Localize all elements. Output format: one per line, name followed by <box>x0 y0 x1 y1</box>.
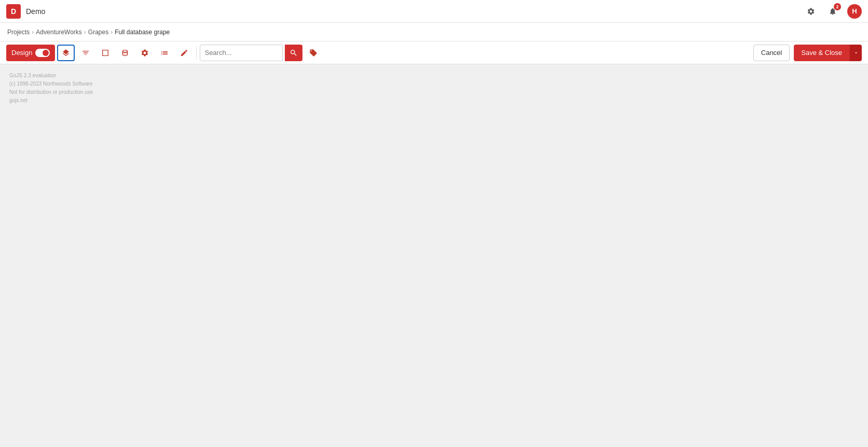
toolbar-divider <box>196 47 197 59</box>
database-icon <box>121 49 129 57</box>
design-button[interactable]: Design <box>6 45 55 61</box>
app-title: Demo <box>26 7 45 16</box>
chevron-down-icon <box>853 50 859 55</box>
settings-toolbar-button[interactable] <box>136 45 154 61</box>
breadcrumb-sep-2: › <box>84 29 86 36</box>
main-canvas[interactable]: GoJS 2.3 evaluation (c) 1998-2023 Northw… <box>0 64 868 447</box>
list-icon <box>160 49 169 57</box>
filter-icon <box>81 49 90 57</box>
nav-left: D Demo <box>6 4 45 19</box>
tag-icon <box>309 49 318 57</box>
toolbar-right: Cancel Save & Close <box>753 45 862 61</box>
list-button[interactable] <box>156 45 173 61</box>
frame-icon <box>101 49 109 57</box>
search-area <box>200 45 322 61</box>
breadcrumb: Projects › AdventureWorks › Grapes › Ful… <box>0 23 868 41</box>
breadcrumb-adventureworks[interactable]: AdventureWorks <box>36 29 81 36</box>
watermark-line-1: GoJS 2.3 evaluation <box>9 72 93 80</box>
toolbar: Design <box>0 41 868 64</box>
frame-button[interactable] <box>97 45 114 61</box>
save-close-button[interactable]: Save & Close <box>794 45 849 61</box>
design-label: Design <box>11 49 32 57</box>
breadcrumb-current: Full database grape <box>115 29 170 36</box>
search-button[interactable] <box>285 45 302 61</box>
layers-icon <box>62 49 70 57</box>
watermark-line-2: (c) 1998-2023 Northwoods Software <box>9 80 93 88</box>
breadcrumb-sep-1: › <box>32 29 34 36</box>
watermark-line-3: Not for distribution or production use <box>9 88 93 96</box>
notifications-button[interactable]: 2 <box>825 4 840 19</box>
filter-button[interactable] <box>77 45 94 61</box>
notification-count: 2 <box>834 3 841 10</box>
pencil-icon <box>180 49 188 57</box>
design-toggle[interactable] <box>35 49 50 57</box>
breadcrumb-projects[interactable]: Projects <box>7 29 30 36</box>
top-nav-bar: D Demo 2 H <box>0 0 868 23</box>
breadcrumb-sep-3: › <box>111 29 113 36</box>
settings-button[interactable] <box>804 4 818 19</box>
layers-button[interactable] <box>57 45 75 61</box>
search-input[interactable] <box>200 45 283 61</box>
app-icon: D <box>6 4 21 19</box>
toolbar-left: Design <box>6 45 322 61</box>
edit-button[interactable] <box>175 45 193 61</box>
save-close-group: Save & Close <box>794 45 862 61</box>
watermark-line-4: gojs.net <box>9 96 93 105</box>
breadcrumb-grapes[interactable]: Grapes <box>88 29 108 36</box>
user-avatar[interactable]: H <box>847 4 862 19</box>
gear-icon <box>807 7 815 16</box>
save-close-dropdown-button[interactable] <box>849 45 862 61</box>
watermark: GoJS 2.3 evaluation (c) 1998-2023 Northw… <box>9 72 93 105</box>
tag-button[interactable] <box>305 45 322 61</box>
search-icon <box>290 49 298 57</box>
nav-right: 2 H <box>804 4 862 19</box>
database-button[interactable] <box>116 45 134 61</box>
cancel-button[interactable]: Cancel <box>753 45 790 61</box>
settings-icon <box>141 49 149 57</box>
